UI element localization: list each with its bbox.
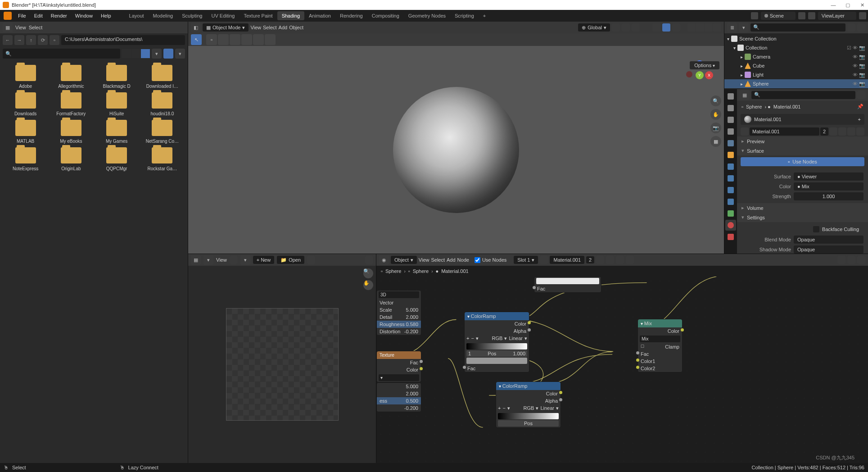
folder-item[interactable]: Blackmagic D (96, 65, 138, 89)
node-noise-texture-1[interactable]: 3D Vector Scale5.000 Detail2.000 Roughne… (376, 290, 421, 336)
ne-unlink-icon[interactable] (616, 256, 624, 264)
panel-volume[interactable]: ▸Volume (737, 203, 868, 213)
material-name[interactable]: Material.001 (750, 127, 819, 136)
mat-browse-ne-icon[interactable] (540, 256, 548, 264)
proportional-icon[interactable] (632, 23, 640, 32)
ne-snap-icon[interactable] (837, 256, 845, 264)
new-folder-icon[interactable]: ▫ (50, 35, 59, 45)
surface-shader[interactable]: ● Viewer (794, 172, 863, 181)
axis-x-icon[interactable]: X (705, 71, 713, 79)
crumb-world[interactable]: Sphere (385, 268, 401, 274)
img-zoom-icon[interactable]: 🔍 (363, 268, 373, 278)
perspective-icon[interactable]: ▦ (710, 136, 721, 147)
mix-mode[interactable]: Mix (640, 336, 680, 342)
zoom-icon[interactable]: 🔍 (710, 95, 721, 106)
path-input[interactable]: C:\Users\Administrator\Documents\ (61, 35, 185, 45)
scene-selector[interactable]: Scene (761, 12, 796, 20)
tab-modeling[interactable]: Modeling (149, 11, 178, 20)
editor-type-icon[interactable]: ▦ (3, 23, 13, 32)
axis-neg-icon[interactable] (686, 71, 692, 77)
tab-sculpting[interactable]: Sculpting (177, 11, 207, 20)
mat-browse-icon[interactable] (741, 127, 749, 136)
tab-texture[interactable]: Texture Paint (239, 11, 277, 20)
xray-icon[interactable] (672, 23, 680, 32)
tab-object-icon[interactable] (725, 150, 736, 160)
socket-fac-in[interactable] (463, 366, 466, 369)
tab-compositing[interactable]: Compositing (367, 11, 404, 20)
node-editor-type-icon[interactable]: ◉ (379, 255, 389, 265)
tab-physics-icon[interactable] (725, 185, 736, 195)
tab-particle-icon[interactable] (725, 173, 736, 184)
folder-item[interactable]: Allegorithmic (50, 65, 92, 89)
menu-render[interactable]: Render (47, 11, 71, 20)
visibility-icons[interactable]: 👁 📷 (853, 72, 865, 78)
tab-output-icon[interactable] (725, 103, 736, 113)
panel-settings[interactable]: ▾Settings (737, 213, 868, 222)
orientation-selector[interactable]: ⊕ Global ▾ (578, 23, 610, 32)
node-texture-fragment[interactable]: Texture Fac Color ▾ (376, 351, 421, 382)
tab-world-icon[interactable] (725, 138, 736, 149)
menu-help[interactable]: Help (97, 11, 115, 20)
node-noise-texture-2[interactable]: 5.000 2.000 ess0.500 -0.200 (376, 382, 421, 412)
img-pin-icon[interactable] (307, 256, 315, 264)
fb-search[interactable]: 🔍 (3, 49, 120, 59)
crumb-material[interactable]: Material.001 (441, 268, 469, 274)
material-name-ne[interactable]: Material.001 (550, 256, 584, 264)
visibility-icons[interactable]: 👁 📷 (853, 54, 865, 60)
props-type-icon[interactable]: ▦ (740, 90, 750, 100)
tab-constraint-icon[interactable] (725, 196, 736, 207)
menu-file[interactable]: File (14, 11, 30, 20)
visibility-icon[interactable]: ☑ 👁 📷 (847, 45, 865, 51)
img-pan-icon[interactable]: ✋ (363, 280, 373, 290)
tab-data-icon[interactable] (725, 208, 736, 219)
node-colorramp-2[interactable]: ▾ ColorRamp Color Alpha +−▾RGB▾Linear▾ P… (496, 381, 561, 428)
folder-item[interactable]: Downloaded I… (141, 65, 183, 89)
rendered-shading-icon[interactable] (713, 23, 721, 32)
pin-icon[interactable]: 📌 (857, 104, 863, 109)
tab-animation[interactable]: Animation (304, 11, 335, 20)
unlink-mat-icon[interactable] (847, 127, 855, 136)
refresh-icon[interactable]: ⟳ (38, 35, 48, 45)
viewlayer-selector[interactable]: ViewLayer (818, 12, 856, 20)
socket-color2-in[interactable] (636, 366, 639, 369)
props-pin-icon[interactable] (857, 91, 865, 99)
visibility-icons[interactable]: 👁 📷 (853, 63, 865, 69)
img-display-icon[interactable] (365, 256, 373, 264)
folder-item[interactable]: Rockstar Ga… (141, 147, 183, 171)
tab-material-icon[interactable] (725, 220, 736, 231)
img-menu-icon[interactable] (230, 256, 238, 264)
matprev-shading-icon[interactable] (705, 23, 713, 32)
back-icon[interactable]: ← (3, 35, 13, 45)
strength-input[interactable]: 1.000 (794, 192, 863, 200)
menu-window[interactable]: Window (72, 11, 96, 20)
material-slot[interactable]: Material.001+ (741, 114, 864, 125)
fb-select[interactable]: Select (29, 25, 43, 30)
folder-item[interactable]: QQPCMgr (96, 147, 138, 171)
socket-color-out[interactable] (528, 321, 531, 324)
ne-node[interactable]: Node (457, 257, 469, 263)
socket-alpha-out[interactable] (559, 398, 562, 401)
tab-shading[interactable]: Shading (277, 11, 304, 20)
crumb-object[interactable]: Sphere (413, 268, 429, 274)
folder-item[interactable]: HiSuite (96, 92, 138, 116)
tree-item-light[interactable]: ▸ Light👁 📷 (724, 70, 868, 79)
maximize-icon[interactable]: ▢ (845, 2, 851, 8)
folder-item[interactable]: Downloads (5, 92, 46, 116)
folder-item[interactable]: Adobe (5, 65, 46, 89)
vp-view[interactable]: View (250, 25, 261, 30)
tab-uv[interactable]: UV Editing (207, 11, 239, 20)
close-icon[interactable]: ✕ (859, 2, 865, 8)
select-lasso-icon[interactable] (230, 34, 240, 45)
img-editor-type-icon[interactable]: ▦ (191, 255, 201, 265)
vp-select[interactable]: Select (263, 25, 277, 30)
tab-rendering[interactable]: Rendering (335, 11, 367, 20)
node-mix[interactable]: ▾ Mix Color Mix ☐ Clamp Fac Color1 Color… (637, 319, 683, 372)
ne-view[interactable]: View (419, 257, 429, 263)
blend-mode[interactable]: Opaque (794, 236, 863, 244)
tree-item-camera[interactable]: ▸ Camera👁 📷 (724, 52, 868, 61)
up-icon[interactable]: ↑ (26, 35, 36, 45)
ne-add[interactable]: Add (447, 257, 456, 263)
img-mode-icon[interactable]: ▾ (203, 255, 213, 265)
tab-layout[interactable]: Layout (125, 11, 149, 20)
folder-item[interactable]: OriginLab (50, 147, 92, 171)
